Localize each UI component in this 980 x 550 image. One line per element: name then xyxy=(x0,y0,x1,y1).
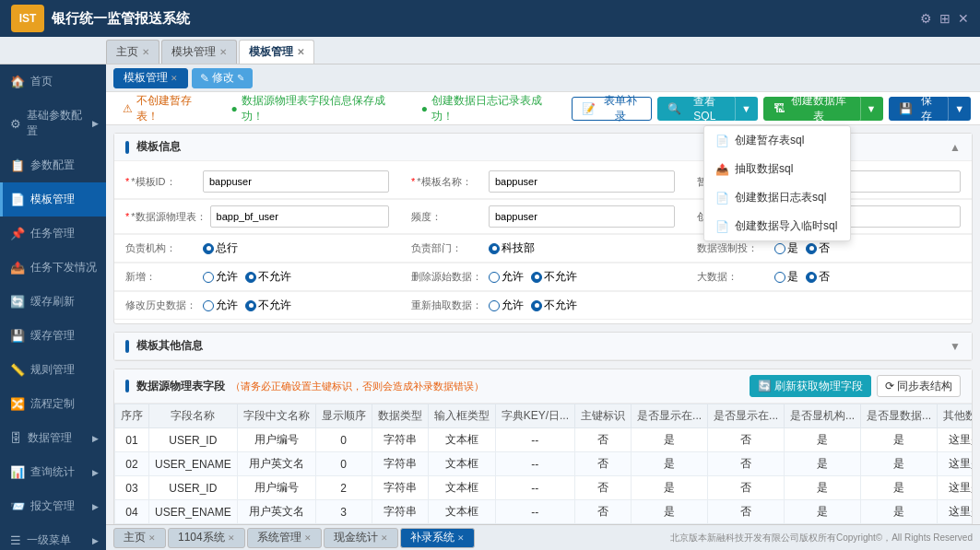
bottom-tab-cash-close[interactable]: ✕ xyxy=(381,533,388,543)
form-cell-new: 新增： 允许 不允许 xyxy=(114,263,400,291)
sync-structure-button[interactable]: ⟳ 同步表结构 xyxy=(877,375,961,397)
sidebar-item-param[interactable]: 📋 参数配置 xyxy=(0,148,106,182)
re-allow[interactable]: 允许 xyxy=(489,298,524,313)
sidebar-item-basic-config[interactable]: ⚙ 基础参数配置 ▶ xyxy=(0,99,106,148)
modify-deny[interactable]: 不允许 xyxy=(245,298,291,313)
data-force-yes[interactable]: 是 xyxy=(774,240,798,256)
sidebar-item-cache-manage[interactable]: 💾 缓存管理 xyxy=(0,319,106,353)
bottom-tab-sys-close[interactable]: ✕ xyxy=(304,533,312,543)
form-cell-re-extract: 重新抽取数据： 允许 不允许 xyxy=(400,292,686,320)
sidebar-item-menu1[interactable]: ☰ 一级菜单 ▶ xyxy=(0,523,106,550)
data-force-label: 数据强制投： xyxy=(697,241,771,255)
sidebar-item-data[interactable]: 🗄 数据管理 ▶ xyxy=(0,421,106,455)
sub-tab-edit[interactable]: ✎ 修改 ✎ xyxy=(192,68,253,88)
sidebar-item-flow[interactable]: 🔀 流程定制 xyxy=(0,387,106,421)
view-sql-button[interactable]: 🔍 查看SQL xyxy=(657,97,735,121)
bottom-tab-home-close[interactable]: ✕ xyxy=(148,533,156,543)
create-db-button[interactable]: 🏗 创建数据库表 xyxy=(763,97,860,121)
db-icon: 🏗 xyxy=(773,102,785,115)
settings-icon[interactable]: ⚙ xyxy=(920,11,932,26)
new-deny[interactable]: 不允许 xyxy=(245,269,291,285)
bottom-tab-1104-close[interactable]: ✕ xyxy=(228,533,235,543)
sidebar-item-task[interactable]: 📌 任务管理 xyxy=(0,216,106,251)
sidebar-item-template[interactable]: 📄 模板管理 xyxy=(0,182,106,216)
create-db-button-group: 🏗 创建数据库表 ▼ xyxy=(763,97,883,121)
save-icon: 💾 xyxy=(899,102,913,115)
modify-history-radio: 允许 不允许 xyxy=(203,298,291,313)
big-data-label: 大数据： xyxy=(697,270,771,284)
template-id-input[interactable] xyxy=(203,170,389,193)
sidebar-item-home[interactable]: 🏠 首页 xyxy=(0,64,106,99)
data-force-yes-circle xyxy=(774,243,785,254)
home-icon: 🏠 xyxy=(10,75,25,88)
form-row-5: 修改历史数据： 允许 不允许 xyxy=(114,292,972,320)
dropdown-item-create-temp[interactable]: 📄 创建暂存表sql xyxy=(704,126,850,155)
org-radio-item[interactable]: 总行 xyxy=(203,240,238,256)
sql-button-group: 🔍 查看SQL ▼ xyxy=(657,97,758,121)
table-body: 01USER_ID用户编号0字符串文本框--否是否是是这里是文字这里是文字这里是… xyxy=(115,428,973,525)
dept-radio: 科技部 xyxy=(489,240,535,256)
form-cell-modify-history: 修改历史数据： 允许 不允许 xyxy=(114,292,400,320)
sidebar-item-report[interactable]: 📨 报文管理 ▶ xyxy=(0,489,106,523)
bottom-tab-cash[interactable]: 现金统计 ✕ xyxy=(324,528,398,548)
dept-radio-item[interactable]: 科技部 xyxy=(489,240,535,256)
big-data-no[interactable]: 否 xyxy=(806,269,830,285)
app-title: 银行统一监管报送系统 xyxy=(52,10,190,28)
bottom-tab-sys[interactable]: 系统管理 ✕ xyxy=(247,528,322,548)
tab-template[interactable]: 模板管理 ✕ xyxy=(239,40,314,64)
tab-template-close[interactable]: ✕ xyxy=(297,47,304,57)
sub-tab-close[interactable]: ✕ xyxy=(171,74,178,83)
sql-dropdown-button[interactable]: ▼ xyxy=(735,97,758,121)
sidebar-item-query[interactable]: 📊 查询统计 ▶ xyxy=(0,455,106,489)
sidebar-item-rules[interactable]: 📏 规则管理 xyxy=(0,353,106,387)
save-dropdown-button[interactable]: ▼ xyxy=(948,97,971,121)
save-button[interactable]: 💾 保 存 xyxy=(889,97,949,121)
sub-tab-template-manage[interactable]: 模板管理 ✕ xyxy=(113,68,188,88)
dropdown-item-extract[interactable]: 📤 抽取数据sql xyxy=(704,155,850,183)
other-info-header[interactable]: 模板其他信息 ▼ xyxy=(114,333,972,360)
close-icon[interactable]: ✕ xyxy=(958,11,969,26)
new-allow[interactable]: 允许 xyxy=(203,269,238,285)
del-allow[interactable]: 允许 xyxy=(489,269,524,285)
data-force-no[interactable]: 否 xyxy=(806,240,830,256)
frequency-label: 频度： xyxy=(411,210,485,224)
doc-icon2: 📤 xyxy=(715,163,729,176)
collapse-icon[interactable]: ▲ xyxy=(950,141,961,154)
bottom-tab-supplement-close[interactable]: ✕ xyxy=(457,533,465,543)
re-deny[interactable]: 不允许 xyxy=(531,298,577,313)
fullscreen-icon[interactable]: ⊞ xyxy=(939,11,950,26)
bottom-tabs: 主页 ✕ 1104系统 ✕ 系统管理 ✕ 现金统计 ✕ 补录系统 ✕ xyxy=(113,528,475,548)
bottom-tab-home[interactable]: 主页 ✕ xyxy=(113,528,166,548)
supplement-button[interactable]: 📝 表单补录 xyxy=(572,97,651,121)
big-data-yes[interactable]: 是 xyxy=(774,269,798,285)
refresh-fields-button[interactable]: 🔄 刷新获取物理字段 xyxy=(750,375,871,397)
org-radio-checked xyxy=(203,243,214,254)
tab-home-close[interactable]: ✕ xyxy=(142,47,149,57)
bottom-tab-supplement[interactable]: 补录系统 ✕ xyxy=(400,528,475,548)
doc-icon1: 📄 xyxy=(715,135,729,147)
modify-allow[interactable]: 允许 xyxy=(203,298,238,313)
sidebar-item-cache-refresh[interactable]: 🔄 缓存刷新 xyxy=(0,285,106,319)
other-collapse-icon[interactable]: ▼ xyxy=(950,340,961,353)
template-name-input[interactable] xyxy=(489,170,675,193)
bottom-tab-1104[interactable]: 1104系统 ✕ xyxy=(168,528,245,548)
tab-home[interactable]: 主页 ✕ xyxy=(106,40,159,64)
del-deny[interactable]: 不允许 xyxy=(531,269,577,285)
frequency-input[interactable] xyxy=(489,205,675,228)
dropdown-item-log-table[interactable]: 📄 创建数据日志表sql xyxy=(704,183,850,212)
main-layout: 🏠 首页 ⚙ 基础参数配置 ▶ 📋 参数配置 📄 模板管理 📌 任务管理 📤 任… xyxy=(0,64,980,550)
create-db-dropdown-button[interactable]: ▼ xyxy=(860,97,883,121)
report-icon: 📨 xyxy=(10,499,25,513)
datasource-input[interactable] xyxy=(210,205,389,228)
data-icon: 🗄 xyxy=(10,431,22,445)
rules-icon: 📏 xyxy=(10,363,25,377)
data-hint: （请务必正确设置主键标识，否则会造成补录数据错误） xyxy=(230,380,484,393)
data-force-no-circle xyxy=(806,243,817,254)
modify-history-label: 修改历史数据： xyxy=(125,298,199,312)
arrow-icon: ▶ xyxy=(92,119,99,128)
dropdown-item-import-temp[interactable]: 📄 创建数据导入临时sql xyxy=(704,212,850,240)
sidebar-item-task-dispatch[interactable]: 📤 任务下发情况 xyxy=(0,251,106,285)
tab-module[interactable]: 模块管理 ✕ xyxy=(161,40,237,64)
top-header: IST 银行统一监管报送系统 ⚙ ⊞ ✕ xyxy=(0,0,980,37)
tab-module-close[interactable]: ✕ xyxy=(219,47,227,57)
